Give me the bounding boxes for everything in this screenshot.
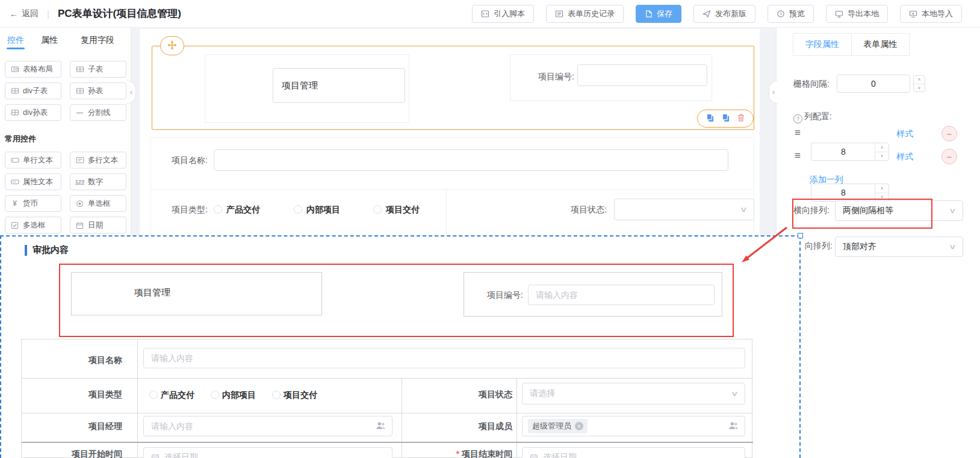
preview-end-date-input[interactable]: 选择日期 — [522, 447, 745, 458]
chevron-down-icon: ∨ — [731, 389, 739, 398]
canvas-project-no-field[interactable]: 项目编号: — [510, 54, 712, 101]
add-column-link[interactable]: 添加一列 — [810, 175, 843, 185]
preview-manager-input[interactable] — [143, 416, 392, 436]
import-script-button[interactable]: 引入脚本 — [472, 5, 534, 23]
copy-icon[interactable] — [706, 113, 715, 125]
remove-column-1-button[interactable]: − — [941, 126, 957, 141]
palette-label: 孙表 — [88, 86, 103, 96]
export-local-label: 导出本地 — [848, 8, 879, 19]
palette-single-line-text[interactable]: 单行文本 — [5, 152, 61, 169]
step-down-icon[interactable]: ∨ — [875, 193, 889, 202]
palette-table-layout[interactable]: 表格布局 — [5, 61, 61, 78]
duplicate-icon[interactable] — [721, 113, 730, 125]
right-panel-tabs: 字段属性 表单属性 — [793, 33, 910, 56]
palette-divider-line[interactable]: — 分割线 — [70, 104, 126, 121]
preview-name-input[interactable] — [143, 348, 745, 368]
palette-number[interactable]: 123 数字 — [70, 173, 126, 190]
remove-member-icon[interactable]: × — [575, 422, 583, 430]
column-2-stepper: ∧∨ — [875, 184, 889, 201]
tab-form-properties[interactable]: 表单属性 — [851, 34, 910, 55]
palette-label: div子表 — [23, 86, 48, 96]
import-local-button[interactable]: 本地导入 — [900, 5, 962, 23]
step-down-icon[interactable]: ∨ — [875, 152, 889, 161]
drag-handle[interactable] — [160, 36, 184, 55]
canvas-project-no-label: 项目编号: — [514, 72, 574, 82]
tab-attributes[interactable]: 属性 — [41, 35, 58, 46]
preview-radio-project-delivery[interactable] — [272, 391, 281, 399]
palette-grandchild-table[interactable]: 孙表 — [70, 82, 126, 99]
grid-gap-input[interactable]: 0 — [837, 75, 910, 93]
collapse-right-panel-button[interactable]: › — [769, 81, 778, 104]
selection-corner-handle[interactable] — [798, 233, 803, 238]
vertical-align-select[interactable]: 顶部对齐 ∨ — [835, 237, 963, 257]
publish-button[interactable]: 发布新版 — [693, 5, 755, 23]
horizontal-align-select[interactable]: 两侧间隔相等 ∨ — [835, 200, 963, 221]
people-icon[interactable] — [728, 421, 739, 433]
delete-icon[interactable] — [737, 113, 745, 124]
help-icon[interactable]: ? — [793, 114, 802, 123]
canvas-title-field[interactable]: 项目管理 — [205, 54, 409, 123]
step-up-icon[interactable]: ∧ — [875, 184, 889, 193]
preview-button[interactable]: 预览 — [768, 5, 814, 23]
grid-gap-value: 0 — [871, 79, 876, 88]
export-local-button[interactable]: 导出本地 — [826, 5, 888, 23]
palette-attribute-text[interactable]: 属性文本 — [5, 173, 61, 190]
save-button[interactable]: 保存 — [636, 5, 681, 23]
preview-project-no-input[interactable] — [528, 285, 715, 305]
radio-product-delivery-label: 产品交付 — [226, 205, 260, 215]
preview-radio-product-delivery[interactable] — [149, 391, 158, 399]
radio-project-delivery[interactable] — [373, 205, 382, 214]
tab-field-properties[interactable]: 字段属性 — [793, 34, 851, 55]
radio-product-delivery[interactable] — [214, 205, 222, 214]
table-layout-icon — [10, 65, 19, 73]
import-script-label: 引入脚本 — [494, 8, 525, 19]
canvas-project-status-select[interactable]: ∨ — [614, 199, 754, 220]
tab-reusable-fields[interactable]: 复用字段 — [81, 35, 114, 46]
form-history-button[interactable]: 表单历史记录 — [546, 5, 624, 23]
row-divider — [151, 189, 754, 190]
step-up-icon[interactable]: ∧ — [914, 76, 925, 84]
grid-gap-label: 栅格间隔: — [793, 79, 830, 90]
canvas-project-name-input[interactable] — [214, 149, 728, 171]
palette-subtable[interactable]: 子表 — [70, 61, 126, 78]
palette-div-grandchild-table[interactable]: div孙表 — [5, 104, 61, 121]
tab-controls[interactable]: 控件 — [7, 35, 24, 46]
palette-label: 单行文本 — [23, 155, 53, 166]
palette-date[interactable]: 日期 — [70, 217, 126, 234]
preview-title-box: 项目管理 — [71, 272, 322, 315]
palette-label: 子表 — [88, 64, 103, 75]
checkbox-icon — [10, 221, 19, 229]
preview-radio-internal-project[interactable] — [211, 391, 219, 399]
palette-checkbox[interactable]: 多选框 — [5, 217, 61, 234]
canvas-project-no-input[interactable] — [577, 64, 707, 86]
column-drag-handle-icon[interactable]: ≡ — [795, 128, 801, 138]
column-1-style-link[interactable]: 样式 — [896, 129, 913, 140]
palette-label: div孙表 — [23, 108, 48, 118]
palette-multi-line-text[interactable]: 多行文本 — [70, 152, 126, 169]
preview-start-date-input[interactable]: 选择日期 — [143, 447, 392, 458]
palette-div-subtable[interactable]: div子表 — [5, 82, 61, 99]
palette-radio[interactable]: 单选框 — [70, 195, 126, 212]
preview-manager-label: 项目经理 — [21, 421, 122, 432]
required-asterisk: * — [456, 449, 459, 458]
step-down-icon[interactable]: ∨ — [914, 84, 925, 92]
back-button[interactable]: ← 返回 — [10, 8, 39, 19]
column-2-width-input[interactable]: 8 ∧∨ — [811, 184, 889, 202]
paper-plane-icon — [702, 10, 711, 18]
preview-status-select[interactable]: 请选择 ∨ — [522, 383, 745, 404]
preview-end-time-label: * 项目结束时间 — [403, 449, 512, 458]
column-1-width-input[interactable]: 8 ∧∨ — [811, 143, 889, 161]
table-line — [402, 378, 402, 458]
radio-internal-project[interactable] — [294, 205, 302, 214]
column-drag-handle-icon[interactable]: ≡ — [795, 150, 801, 161]
people-icon[interactable] — [376, 421, 386, 433]
section-actions — [697, 110, 754, 128]
column-2-style-link[interactable]: 样式 — [896, 152, 913, 162]
horizontal-align-value: 两侧间隔相等 — [843, 205, 893, 216]
palette-currency[interactable]: ¥ 货币 — [5, 195, 61, 212]
step-up-icon[interactable]: ∧ — [875, 143, 889, 152]
vertical-align-value: 顶部对齐 — [843, 241, 876, 252]
preview-radio-label: 产品交付 — [161, 390, 194, 401]
canvas-title-input[interactable]: 项目管理 — [273, 68, 405, 103]
remove-column-2-button[interactable]: − — [941, 149, 957, 164]
